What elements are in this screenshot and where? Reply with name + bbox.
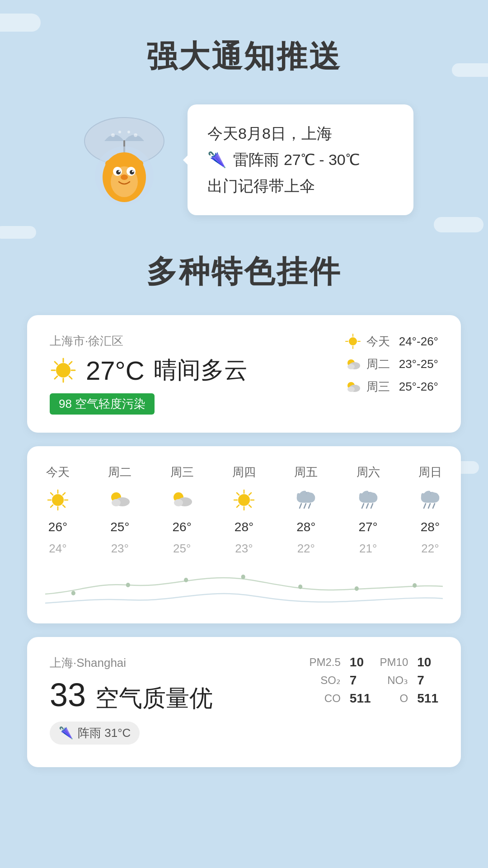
weekly-high-wed: 26° bbox=[172, 520, 191, 534]
weekly-label-wed: 周三 bbox=[170, 464, 194, 480]
widgets-section: 多种特色挂件 上海市·徐汇区 bbox=[0, 251, 488, 767]
param-value-pm25: 10 bbox=[350, 655, 371, 670]
svg-point-17 bbox=[132, 160, 143, 168]
weekly-high-tue: 25° bbox=[110, 520, 129, 534]
forecast-temp-today: 24°-26° bbox=[399, 335, 438, 349]
svg-point-75 bbox=[126, 583, 130, 587]
weekly-low-fri: 22° bbox=[297, 542, 315, 556]
param-name-o: O bbox=[380, 692, 408, 705]
bubble-line-1: 今天8月8日，上海 bbox=[207, 121, 394, 147]
weekly-col-today: 今天 26° 24° bbox=[45, 464, 70, 556]
weekly-col-sat: 周六 27° 21° bbox=[356, 464, 381, 556]
svg-point-34 bbox=[347, 364, 355, 369]
svg-line-71 bbox=[424, 504, 426, 508]
param-value-pm10: 10 bbox=[417, 655, 438, 670]
notification-section: 强大通知推送 bbox=[0, 0, 488, 215]
svg-line-67 bbox=[362, 504, 364, 508]
weekly-label-sat: 周六 bbox=[357, 464, 380, 480]
svg-point-18 bbox=[56, 363, 70, 377]
current-condition: 晴间多云 bbox=[154, 354, 248, 386]
svg-line-61 bbox=[237, 505, 239, 507]
svg-point-14 bbox=[132, 170, 134, 172]
weekly-label-fri: 周五 bbox=[294, 464, 318, 480]
temp-row: 27°C 晴间多云 bbox=[50, 354, 345, 386]
weekly-high-today: 26° bbox=[48, 520, 67, 534]
svg-line-46 bbox=[51, 505, 53, 507]
forecast-row-tue: 周二 23°-25° bbox=[345, 356, 438, 372]
svg-point-77 bbox=[241, 575, 245, 579]
param-name-so2: SO₂ bbox=[309, 674, 340, 687]
svg-point-79 bbox=[355, 586, 359, 591]
forecast-temp-tue: 23°-25° bbox=[399, 357, 438, 371]
param-name-pm10: PM10 bbox=[380, 656, 408, 669]
svg-line-68 bbox=[366, 504, 368, 508]
aqi-badge: 98 空气轻度污染 bbox=[50, 393, 155, 415]
weekly-col-thu: 周四 28° 23° bbox=[231, 464, 257, 556]
weekly-high-sun: 28° bbox=[421, 520, 440, 534]
air-left: 上海·Shanghai 33 空气质量优 🌂 阵雨 31°C bbox=[50, 655, 213, 745]
air-params-grid: PM2.5 10 PM10 10 SO₂ 7 NO₃ 7 CO 511 O 51… bbox=[309, 655, 438, 706]
svg-point-3 bbox=[127, 131, 130, 133]
weekly-col-sun: 周日 28° 22° bbox=[418, 464, 443, 556]
air-quality-text: 空气质量优 bbox=[95, 685, 213, 711]
bubble-line-2: 🌂 雷阵雨 27℃ - 30℃ bbox=[207, 147, 394, 173]
weekly-rain-icon-sun bbox=[418, 487, 443, 513]
svg-line-69 bbox=[371, 504, 373, 508]
notification-title: 强大通知推送 bbox=[0, 36, 488, 77]
forecast-partly-cloudy-icon-tue bbox=[345, 356, 361, 372]
param-value-co: 511 bbox=[350, 691, 371, 706]
svg-point-2 bbox=[118, 131, 121, 133]
air-weather-tag: 🌂 阵雨 31°C bbox=[50, 722, 140, 745]
svg-point-16 bbox=[105, 160, 116, 168]
weekly-low-thu: 23° bbox=[235, 542, 253, 556]
svg-line-64 bbox=[304, 504, 306, 508]
svg-line-60 bbox=[249, 493, 251, 495]
weekly-col-fri: 周五 28° 22° bbox=[293, 464, 319, 556]
notification-demo: 今天8月8日，上海 🌂 雷阵雨 27℃ - 30℃ 出门记得带上伞 bbox=[0, 104, 488, 215]
forecast-day-tue: 周二 bbox=[366, 356, 394, 372]
weekly-high-fri: 28° bbox=[296, 520, 315, 534]
svg-point-12 bbox=[130, 170, 134, 175]
weekly-low-wed: 25° bbox=[173, 542, 191, 556]
current-location: 上海市·徐汇区 bbox=[50, 333, 345, 349]
svg-point-53 bbox=[238, 494, 250, 506]
widget-air-quality: 上海·Shanghai 33 空气质量优 🌂 阵雨 31°C PM2.5 10 … bbox=[27, 637, 461, 767]
param-name-pm25: PM2.5 bbox=[309, 656, 340, 669]
umbrella-icon: 🌂 bbox=[207, 147, 226, 173]
param-name-no3: NO₃ bbox=[380, 674, 408, 687]
svg-line-26 bbox=[55, 376, 57, 379]
widget-current-right: 今天 24°-26° 周二 23°-25° bbox=[345, 333, 438, 395]
forecast-day-today: 今天 bbox=[366, 334, 394, 349]
svg-line-45 bbox=[63, 493, 65, 495]
cloud-deco-4 bbox=[434, 217, 483, 232]
notification-bubble: 今天8月8日，上海 🌂 雷阵雨 27℃ - 30℃ 出门记得带上伞 bbox=[188, 104, 413, 215]
weekly-sun-icon-today bbox=[45, 487, 70, 513]
svg-point-27 bbox=[349, 337, 357, 345]
weekly-low-tue: 23° bbox=[111, 542, 129, 556]
widget-current-left: 上海市·徐汇区 bbox=[50, 333, 345, 415]
param-value-so2: 7 bbox=[350, 673, 371, 688]
weekly-label-tue: 周二 bbox=[108, 464, 131, 480]
svg-point-11 bbox=[116, 170, 121, 175]
weekly-low-sat: 21° bbox=[359, 542, 377, 556]
svg-point-15 bbox=[121, 175, 128, 180]
svg-line-63 bbox=[300, 504, 301, 508]
svg-line-73 bbox=[433, 504, 435, 508]
weekly-col-wed: 周三 26° 25° bbox=[169, 464, 195, 556]
widget-current-weather: 上海市·徐汇区 bbox=[27, 315, 461, 433]
svg-line-23 bbox=[55, 362, 57, 364]
weekly-low-sun: 22° bbox=[421, 542, 439, 556]
svg-line-44 bbox=[63, 505, 65, 507]
svg-line-58 bbox=[237, 493, 239, 495]
svg-point-74 bbox=[71, 591, 75, 595]
weekly-partly-cloudy-icon-wed bbox=[169, 487, 195, 513]
svg-point-1 bbox=[111, 133, 115, 137]
weekly-label-sun: 周日 bbox=[418, 464, 442, 480]
weekly-partly-cloudy-icon-tue bbox=[107, 487, 132, 513]
param-value-no3: 7 bbox=[417, 673, 438, 688]
svg-point-13 bbox=[118, 170, 120, 172]
air-index: 33 bbox=[50, 677, 86, 713]
forecast-temp-wed: 25°-26° bbox=[399, 380, 438, 394]
air-index-row: 33 空气质量优 bbox=[50, 676, 213, 714]
svg-line-43 bbox=[51, 493, 53, 495]
